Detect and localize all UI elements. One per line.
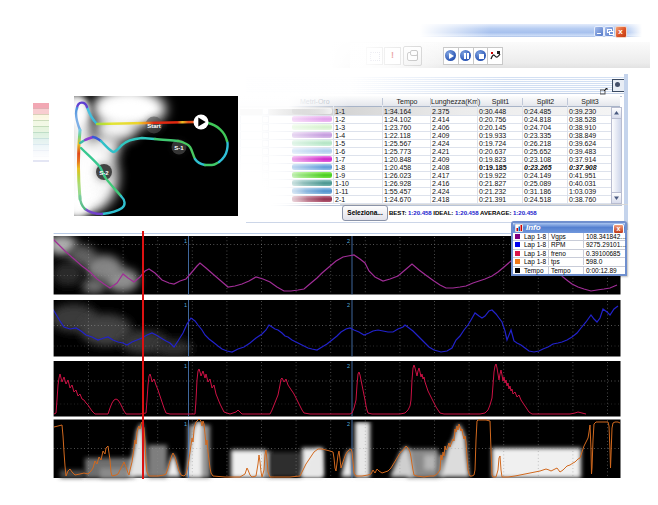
svg-text:1: 1 xyxy=(184,302,187,308)
svg-text:1: 1 xyxy=(184,421,187,427)
svg-text:2: 2 xyxy=(347,421,350,427)
svg-text:1: 1 xyxy=(184,238,187,244)
svg-text:2: 2 xyxy=(347,363,350,369)
svg-text:Start: Start xyxy=(147,123,161,129)
svg-text:2: 2 xyxy=(347,302,350,308)
svg-text:S-2: S-2 xyxy=(99,170,109,176)
svg-text:1: 1 xyxy=(184,363,187,369)
svg-text:S-1: S-1 xyxy=(174,145,184,151)
svg-text:2: 2 xyxy=(347,238,350,244)
